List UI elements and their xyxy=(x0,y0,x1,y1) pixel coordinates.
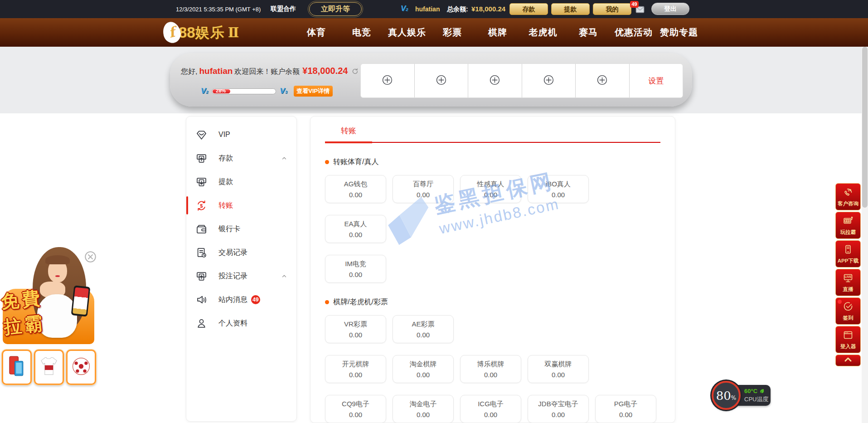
jersey-prize-icon xyxy=(39,355,59,380)
balance-card-双赢棋牌[interactable]: 双赢棋牌0.00 xyxy=(528,355,589,383)
phone-prize-icon xyxy=(6,355,27,380)
deposit-slot-2[interactable] xyxy=(415,64,469,97)
balance-card-EA真人[interactable]: EA真人0.00 xyxy=(325,215,386,243)
balance-card-PG电子[interactable]: PG电子0.00 xyxy=(595,395,656,423)
balance-card-AG钱包[interactable]: AG钱包0.00 xyxy=(325,175,386,203)
bullet-dot-icon xyxy=(325,300,329,304)
deposit-slot-4[interactable] xyxy=(522,64,576,97)
float-button-直播[interactable]: LIVE直播 xyxy=(835,269,861,296)
nav-item-6[interactable]: 老虎机 xyxy=(520,18,566,47)
cpu-usage-gauge: 80% xyxy=(712,381,741,410)
balance-card-name: 百尊厅 xyxy=(413,180,433,189)
upgrade-button[interactable]: 立即升等 xyxy=(309,2,362,16)
balance-card-博乐棋牌[interactable]: 博乐棋牌0.00 xyxy=(460,355,521,383)
balance-card-CQ9电子[interactable]: CQ9电子0.00 xyxy=(325,395,386,423)
promo-prize-3[interactable] xyxy=(66,350,96,385)
nav-item-1[interactable]: 体育 xyxy=(294,18,339,47)
deposit-slot-3[interactable] xyxy=(468,64,522,97)
quick-deposit-box: 设置 xyxy=(360,63,683,98)
topbar-button-2[interactable]: 提款 xyxy=(551,3,590,15)
nav-item-5[interactable]: 棋牌 xyxy=(475,18,520,47)
promo-close-icon[interactable] xyxy=(84,251,97,263)
sidebar-item-label: 提款 xyxy=(218,177,233,187)
member-sidebar: VIP存款提款$转账银行卡交易记录投注记录站内消息49个人资料 xyxy=(186,116,297,422)
promo-slogan-char: 費 xyxy=(19,285,43,312)
promo-prize-1[interactable] xyxy=(2,350,32,385)
greeting-text: 您好,hufatian欢迎回来！账户余额¥18,000.24 xyxy=(181,66,359,77)
sidebar-item-存款[interactable]: 存款 xyxy=(186,146,296,170)
sidebar-item-转账[interactable]: $转账 xyxy=(186,194,296,217)
scrollbar-thumb[interactable] xyxy=(862,47,868,208)
float-button-签到[interactable]: 签到 xyxy=(835,297,861,325)
promo-prize-2[interactable] xyxy=(34,350,64,385)
nav-item-8[interactable]: 优惠活动 xyxy=(611,18,656,47)
leaf-icon xyxy=(759,388,765,394)
float-button-玩拉霸[interactable]: 玩拉霸 xyxy=(835,212,861,239)
ball-prize-icon xyxy=(71,355,92,380)
nav-item-7[interactable]: 赛马 xyxy=(566,18,611,47)
nav-item-3[interactable]: 真人娱乐 xyxy=(384,18,430,47)
vip-details-button[interactable]: 查看VIP详情 xyxy=(294,86,333,97)
alliance-link[interactable]: 联盟合作 xyxy=(271,5,296,13)
service-24-icon: 24 xyxy=(843,187,853,199)
promo-slogan-char: 免 xyxy=(0,287,22,315)
balance-card-ICG电子[interactable]: ICG电子0.00 xyxy=(460,395,521,423)
section-title: 棋牌/老虎机/彩票 xyxy=(333,297,388,307)
deposit-slot-1[interactable] xyxy=(361,64,415,97)
main-nav: f 88 娱乐 Ⅱ 体育电竞真人娱乐彩票棋牌老虎机赛马优惠活动赞助专题 xyxy=(0,18,868,47)
float-button-APP下载[interactable]: APP下载 xyxy=(835,240,861,267)
plus-circle-icon xyxy=(435,74,447,88)
tab-transfer[interactable]: 转账 xyxy=(325,126,372,143)
plus-circle-icon xyxy=(381,74,393,88)
balance-card-淘金电子[interactable]: 淘金电子0.00 xyxy=(393,395,454,423)
nav-item-4[interactable]: 彩票 xyxy=(430,18,475,47)
topbar-button-1[interactable]: 存款 xyxy=(509,3,548,15)
sidebar-item-站内消息[interactable]: 站内消息49 xyxy=(186,288,296,311)
site-logo[interactable]: f 88 娱乐 Ⅱ xyxy=(163,22,239,43)
refresh-icon[interactable] xyxy=(351,68,359,75)
chevron-up-icon xyxy=(843,354,853,367)
app-download-icon xyxy=(843,244,853,257)
float-button-label: 直播 xyxy=(843,286,853,293)
balance-card-name: CQ9电子 xyxy=(342,400,369,408)
balance-card-淘金棋牌[interactable]: 淘金棋牌0.00 xyxy=(393,355,454,383)
sidebar-item-提款[interactable]: 提款 xyxy=(186,170,296,194)
balance-card-name: PG电子 xyxy=(614,400,638,408)
user-panel: 您好,hufatian欢迎回来！账户余额¥18,000.24 V2 28% V3… xyxy=(170,53,692,107)
sidebar-item-交易记录[interactable]: 交易记录 xyxy=(186,241,296,264)
topbar-button-3[interactable]: 我的 xyxy=(593,3,631,15)
nav-item-9[interactable]: 赞助专题 xyxy=(656,18,702,47)
svg-text:24: 24 xyxy=(848,188,851,191)
balance-card-性感真人[interactable]: 性感真人0.00 xyxy=(460,175,521,203)
balance-card-VR彩票[interactable]: VR彩票0.00 xyxy=(325,315,386,343)
vip-current-badge: V2 xyxy=(201,87,208,96)
live-icon: LIVE xyxy=(843,272,853,285)
promo-banner: 免費拉霸 xyxy=(0,247,105,397)
float-collapse-button[interactable] xyxy=(835,355,861,366)
balance-card-value: 0.00 xyxy=(552,191,565,199)
logout-button[interactable]: 登出 xyxy=(651,3,689,15)
cpu-temp-label: CPU温度 xyxy=(744,395,771,404)
balance-card-name: ICG电子 xyxy=(478,400,504,408)
deposit-settings-button[interactable]: 设置 xyxy=(630,64,683,97)
sidebar-item-VIP[interactable]: VIP xyxy=(186,123,296,146)
balance-card-JDB夺宝电子[interactable]: JDB夺宝电子0.00 xyxy=(528,395,589,423)
transaction-records-icon xyxy=(195,247,208,259)
balance-card-百尊厅[interactable]: 百尊厅0.00 xyxy=(393,175,454,203)
balance-card-IM电竞[interactable]: IM电竞0.00 xyxy=(325,255,386,283)
balance-card-value: 0.00 xyxy=(349,271,362,278)
sidebar-item-个人资料[interactable]: 个人资料 xyxy=(186,311,296,335)
float-button-客户咨询[interactable]: 24客户咨询 xyxy=(835,183,861,210)
sidebar-item-label: 站内消息 xyxy=(218,295,247,305)
balance-card-name: VR彩票 xyxy=(344,320,367,329)
sidebar-item-投注记录[interactable]: 投注记录 xyxy=(186,264,296,288)
balance-card-iBO真人[interactable]: iBO真人0.00 xyxy=(528,175,589,203)
balance-card-AE彩票[interactable]: AE彩票0.00 xyxy=(393,315,454,343)
deposit-slot-5[interactable] xyxy=(576,64,630,97)
promo-prizes xyxy=(2,350,96,385)
nav-item-2[interactable]: 电竞 xyxy=(339,18,384,47)
float-button-登入器[interactable]: 登入器 xyxy=(835,326,861,353)
balance-card-row: 开元棋牌0.00淘金棋牌0.00博乐棋牌0.00双赢棋牌0.00 xyxy=(325,355,660,383)
balance-card-开元棋牌[interactable]: 开元棋牌0.00 xyxy=(325,355,386,383)
sidebar-item-银行卡[interactable]: 银行卡 xyxy=(186,217,296,241)
